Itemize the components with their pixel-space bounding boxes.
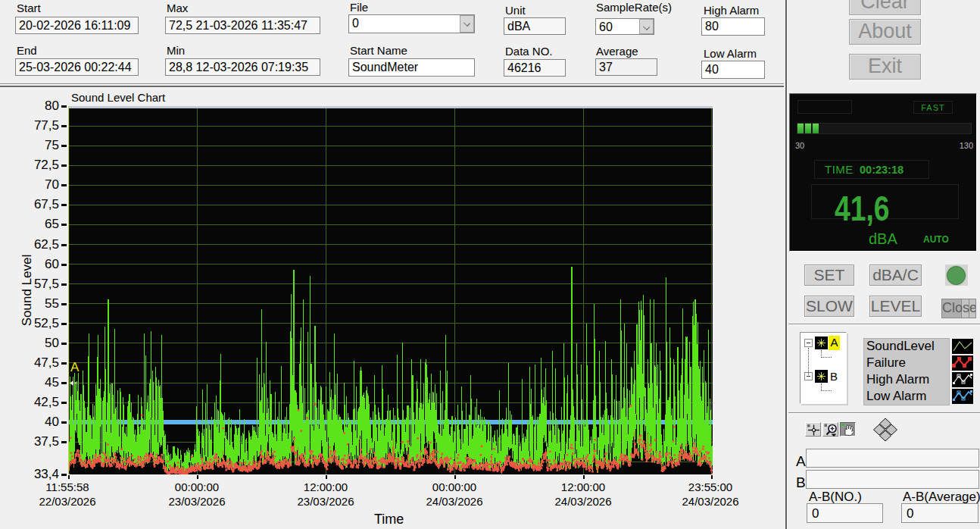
svg-text:A: A xyxy=(70,360,80,374)
